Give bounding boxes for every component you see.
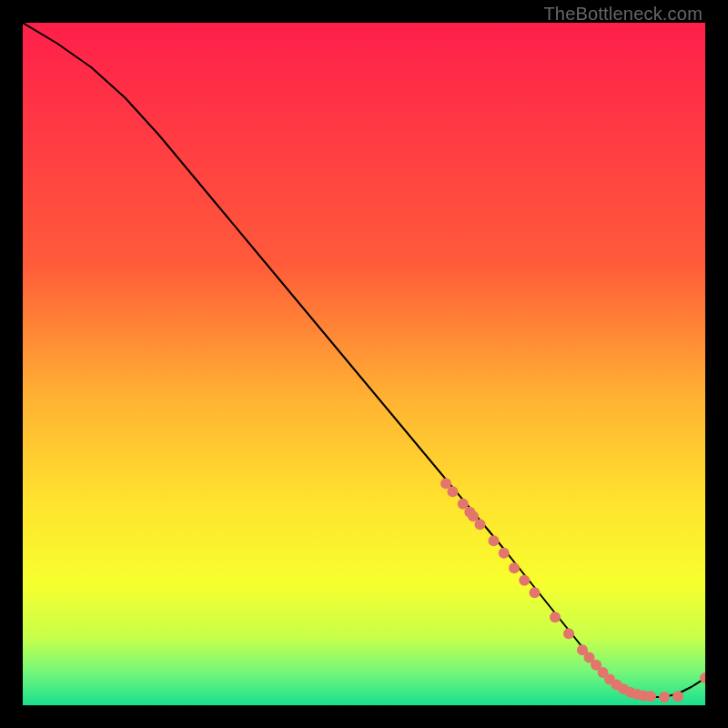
gradient-background [23,23,705,705]
scatter-point [659,692,670,703]
scatter-point [499,548,510,559]
scatter-point [530,587,541,598]
chart-svg [23,23,705,705]
scatter-point [448,486,459,497]
scatter-point [475,519,486,530]
scatter-point [645,691,656,702]
scatter-point [509,562,520,573]
scatter-point [550,612,561,622]
scatter-point [489,535,500,546]
scatter-point [563,628,574,639]
scatter-point [519,575,530,586]
scatter-point [672,691,683,702]
plot-area [23,23,705,705]
chart-stage: TheBottleneck.com [0,0,728,728]
watermark-text: TheBottleneck.com [543,4,703,25]
